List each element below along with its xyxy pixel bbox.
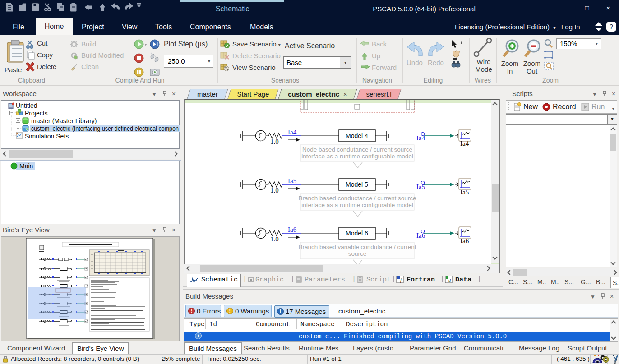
svg-text:1.0: 1.0 (270, 138, 279, 145)
svg-text:source: source (348, 250, 367, 257)
svg-text:i: i (198, 333, 199, 338)
svg-text:Model 6: Model 6 (346, 230, 368, 237)
svg-text:!: ! (191, 309, 192, 313)
svg-text:1.0: 1.0 (270, 187, 279, 194)
svg-text:master (Master Library): master (Master Library) (31, 117, 97, 124)
svg-text:Ia5: Ia5 (416, 183, 425, 190)
svg-text:Simulation Sets: Simulation Sets (25, 133, 69, 140)
svg-text:Main: Main (19, 162, 33, 170)
svg-text:Node based condutance / curren: Node based condutance / current source (302, 146, 412, 153)
svg-text:Ia4: Ia4 (460, 140, 469, 147)
svg-text:Ia5: Ia5 (288, 177, 296, 184)
svg-text:Model 5: Model 5 (346, 181, 368, 188)
svg-text:Ia4: Ia4 (288, 129, 297, 136)
svg-text:Model 4: Model 4 (346, 132, 368, 139)
svg-text:Ia4: Ia4 (416, 134, 425, 142)
svg-text:Untitled: Untitled (16, 102, 37, 109)
svg-text:custom_electric (Interfacing u: custom_electric (Interfacing user define… (31, 125, 179, 132)
svg-text:i: i (280, 309, 281, 314)
svg-text:!: ! (229, 309, 231, 313)
svg-text:Ia6: Ia6 (460, 237, 469, 244)
svg-text:Branch based conductance / cur: Branch based conductance / current sourc… (298, 195, 416, 202)
svg-text:interface as a runtime configu: interface as a runtime configurable mode… (301, 153, 413, 160)
svg-text:?: ? (610, 23, 613, 30)
svg-text:Projects: Projects (25, 110, 48, 117)
svg-text:Branch based variable condutan: Branch based variable condutance / curre… (298, 244, 416, 250)
svg-text:Ia5: Ia5 (460, 189, 469, 196)
svg-text:Ia6: Ia6 (416, 232, 425, 239)
svg-text:interface as a runtime configu: interface as a runtime configurable mode… (301, 202, 413, 208)
svg-text:1.0: 1.0 (270, 235, 279, 243)
svg-text:Ia6: Ia6 (288, 226, 297, 233)
